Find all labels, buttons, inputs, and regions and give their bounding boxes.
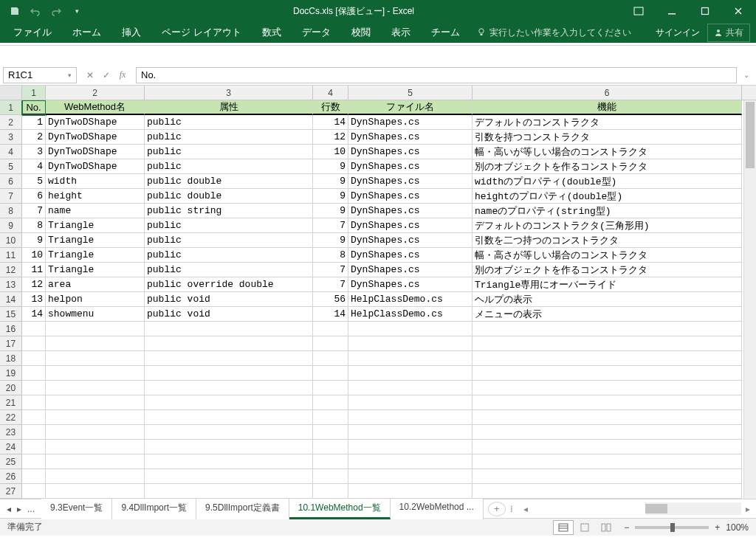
row-header[interactable]: 26 bbox=[0, 469, 22, 484]
cell[interactable]: public void bbox=[145, 292, 313, 307]
sheet-tab[interactable]: 10.1WebMethod一覧 bbox=[289, 499, 391, 519]
row-header[interactable]: 11 bbox=[0, 248, 22, 263]
cell[interactable] bbox=[22, 454, 46, 469]
cell[interactable]: public bbox=[145, 218, 313, 233]
cell[interactable] bbox=[22, 381, 46, 395]
ribbon-display-icon[interactable] bbox=[622, 0, 655, 22]
cell[interactable] bbox=[313, 440, 348, 454]
cell[interactable]: DynShapes.cs bbox=[348, 174, 472, 189]
cell[interactable]: helpon bbox=[46, 292, 145, 307]
cell[interactable]: 12 bbox=[22, 277, 46, 292]
sheet-next-icon[interactable]: ▸ bbox=[15, 502, 24, 516]
cell[interactable]: ヘルプの表示 bbox=[472, 292, 742, 307]
row-header[interactable]: 4 bbox=[0, 145, 22, 159]
cell[interactable]: デフォルトのコンストラクタ bbox=[472, 115, 742, 130]
cell[interactable] bbox=[313, 469, 348, 484]
cell[interactable] bbox=[46, 381, 145, 395]
expand-formula-bar-icon[interactable]: ⌄ bbox=[740, 71, 753, 79]
column-header[interactable]: 5 bbox=[348, 86, 472, 100]
sheet-tab[interactable]: 10.2WebMethod ... bbox=[391, 499, 484, 519]
cell[interactable]: 6 bbox=[22, 189, 46, 204]
row-header[interactable]: 21 bbox=[0, 395, 22, 410]
cell[interactable] bbox=[46, 410, 145, 425]
column-header[interactable]: 6 bbox=[472, 86, 742, 100]
column-header[interactable]: 1 bbox=[22, 86, 46, 100]
cell[interactable]: DynShapes.cs bbox=[348, 130, 472, 145]
scroll-right-icon[interactable]: ▸ bbox=[746, 504, 750, 514]
sheet-tab[interactable]: 9.3Event一覧 bbox=[41, 499, 112, 519]
cell[interactable]: DynShapes.cs bbox=[348, 145, 472, 159]
cell[interactable] bbox=[46, 454, 145, 469]
cell[interactable] bbox=[472, 336, 742, 351]
cell[interactable] bbox=[348, 469, 472, 484]
cell[interactable] bbox=[46, 425, 145, 440]
cell[interactable] bbox=[145, 381, 313, 395]
cell[interactable]: DynTwoDShape bbox=[46, 115, 145, 130]
ribbon-tab[interactable]: チーム bbox=[421, 22, 470, 43]
table-header-cell[interactable]: WebMethod名 bbox=[46, 100, 145, 115]
cell[interactable] bbox=[313, 425, 348, 440]
ribbon-tab[interactable]: 校閲 bbox=[341, 22, 381, 43]
cell[interactable] bbox=[22, 469, 46, 484]
cell[interactable]: public void bbox=[145, 307, 313, 322]
cancel-formula-icon[interactable]: ✕ bbox=[83, 68, 97, 83]
cell[interactable]: DynShapes.cs bbox=[348, 248, 472, 263]
normal-view-icon[interactable] bbox=[553, 520, 574, 535]
cell[interactable]: 14 bbox=[313, 115, 348, 130]
cell[interactable]: 7 bbox=[22, 204, 46, 218]
cell[interactable] bbox=[22, 336, 46, 351]
cell[interactable] bbox=[22, 425, 46, 440]
cell[interactable]: DynShapes.cs bbox=[348, 277, 472, 292]
page-layout-view-icon[interactable] bbox=[574, 520, 595, 535]
sheet-prev-icon[interactable]: ◂ bbox=[4, 502, 13, 516]
cell[interactable]: 14 bbox=[22, 307, 46, 322]
cell[interactable]: DynShapes.cs bbox=[348, 204, 472, 218]
row-header[interactable]: 7 bbox=[0, 189, 22, 204]
cell[interactable]: public override double bbox=[145, 277, 313, 292]
cell[interactable] bbox=[348, 322, 472, 336]
cell[interactable] bbox=[46, 484, 145, 499]
cell[interactable]: heightのプロパティ(double型) bbox=[472, 189, 742, 204]
sheet-tab[interactable]: 9.4DllImport一覧 bbox=[112, 499, 196, 519]
cell[interactable]: area bbox=[46, 277, 145, 292]
cell[interactable] bbox=[313, 484, 348, 499]
cell[interactable]: DynShapes.cs bbox=[348, 115, 472, 130]
cell[interactable]: DynShapes.cs bbox=[348, 189, 472, 204]
cell[interactable]: widthのプロパティ(double型) bbox=[472, 174, 742, 189]
zoom-level[interactable]: 100% bbox=[726, 522, 749, 533]
row-header[interactable]: 20 bbox=[0, 381, 22, 395]
cell[interactable] bbox=[313, 381, 348, 395]
row-header[interactable]: 18 bbox=[0, 351, 22, 366]
cell[interactable]: DynShapes.cs bbox=[348, 159, 472, 174]
row-header[interactable]: 14 bbox=[0, 292, 22, 307]
row-header[interactable]: 8 bbox=[0, 204, 22, 218]
cell[interactable]: nameのプロパティ(string型) bbox=[472, 204, 742, 218]
cell[interactable] bbox=[348, 395, 472, 410]
cell[interactable]: height bbox=[46, 189, 145, 204]
save-icon[interactable] bbox=[6, 2, 24, 20]
cell[interactable] bbox=[472, 425, 742, 440]
cell[interactable]: HelpClassDemo.cs bbox=[348, 307, 472, 322]
cell[interactable] bbox=[348, 410, 472, 425]
cell[interactable] bbox=[22, 351, 46, 366]
table-header-cell[interactable]: ファイル名 bbox=[348, 100, 472, 115]
ribbon-tab[interactable]: ファイル bbox=[3, 22, 62, 43]
cell[interactable] bbox=[472, 395, 742, 410]
cell[interactable]: public bbox=[145, 248, 313, 263]
cell[interactable] bbox=[348, 454, 472, 469]
cell[interactable]: public double bbox=[145, 189, 313, 204]
cell[interactable] bbox=[22, 322, 46, 336]
select-all-corner[interactable] bbox=[0, 86, 22, 100]
cell[interactable] bbox=[145, 440, 313, 454]
cell[interactable]: 14 bbox=[313, 307, 348, 322]
enter-formula-icon[interactable]: ✓ bbox=[99, 68, 114, 83]
cell[interactable]: 8 bbox=[22, 218, 46, 233]
row-header[interactable]: 6 bbox=[0, 174, 22, 189]
table-header-cell[interactable]: No. bbox=[22, 100, 46, 115]
cell[interactable]: Triangle bbox=[46, 248, 145, 263]
row-header[interactable]: 3 bbox=[0, 130, 22, 145]
cell[interactable] bbox=[145, 484, 313, 499]
close-icon[interactable] bbox=[721, 0, 755, 22]
ribbon-tab[interactable]: ページ レイアウト bbox=[151, 22, 252, 43]
cell[interactable] bbox=[313, 366, 348, 381]
